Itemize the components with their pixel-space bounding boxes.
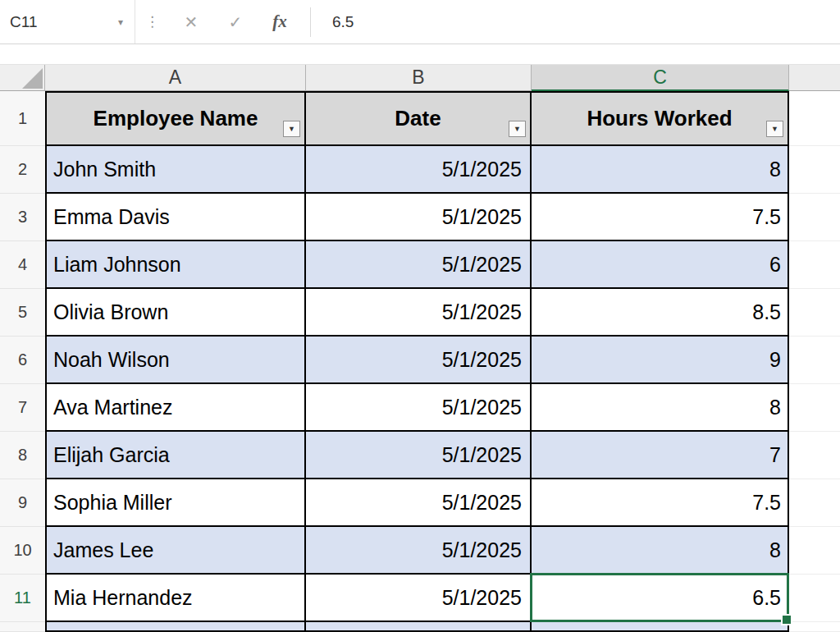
cell-A6[interactable]: Noah Wilson [45, 337, 306, 384]
table-header-employee-name[interactable]: Employee Name ▼ [45, 91, 306, 146]
cell-outside-table[interactable] [789, 194, 840, 241]
cell-A12-partial[interactable] [45, 622, 306, 632]
row-header-12-partial[interactable] [0, 622, 45, 632]
row-header-9[interactable]: 9 [0, 479, 45, 527]
cell-B4[interactable]: 5/1/2025 [306, 241, 532, 289]
cell-A9[interactable]: Sophia Miller [45, 479, 306, 527]
table-header-date-label: Date [395, 106, 441, 131]
cell-A7[interactable]: Ava Martinez [45, 384, 306, 432]
cell-outside-table[interactable] [789, 384, 840, 432]
cell-B11[interactable]: 5/1/2025 [306, 575, 532, 622]
cell-B10[interactable]: 5/1/2025 [306, 527, 532, 575]
cell-B3[interactable]: 5/1/2025 [306, 194, 532, 241]
cell-outside-table[interactable] [789, 146, 840, 194]
table-row: 3 Emma Davis 5/1/2025 7.5 [0, 194, 840, 241]
table-header-row: 1 Employee Name ▼ Date ▼ Hours Worked ▼ [0, 91, 840, 146]
table-row: 9 Sophia Miller 5/1/2025 7.5 [0, 479, 840, 527]
insert-function-icon[interactable]: fx [258, 0, 302, 44]
cell-A3[interactable]: Emma Davis [45, 194, 306, 241]
table-row: 7 Ava Martinez 5/1/2025 8 [0, 384, 840, 432]
column-header-d-partial[interactable] [789, 65, 840, 91]
enter-icon[interactable]: ✓ [213, 0, 258, 44]
cell-A8[interactable]: Elijah Garcia [45, 432, 306, 479]
cell-A2[interactable]: John Smith [45, 146, 306, 194]
cell-outside-table[interactable] [789, 432, 840, 479]
selected-cell-C11[interactable]: 6.5 [532, 575, 789, 622]
table-header-hours-worked-label: Hours Worked [587, 106, 732, 131]
table-row: 6 Noah Wilson 5/1/2025 9 [0, 337, 840, 384]
row-header-11[interactable]: 11 [0, 575, 45, 622]
cell-C7[interactable]: 8 [532, 384, 789, 432]
row-header-5[interactable]: 5 [0, 289, 45, 337]
row-header-8[interactable]: 8 [0, 432, 45, 479]
table-row: 2 John Smith 5/1/2025 8 [0, 146, 840, 194]
cell-A11[interactable]: Mia Hernandez [45, 575, 306, 622]
cell-C6[interactable]: 9 [532, 337, 789, 384]
cancel-icon[interactable]: ✕ [169, 0, 213, 44]
row-header-7[interactable]: 7 [0, 384, 45, 432]
table-header-hours-worked[interactable]: Hours Worked ▼ [532, 91, 789, 146]
row-header-4[interactable]: 4 [0, 241, 45, 289]
row-header-10[interactable]: 10 [0, 527, 45, 575]
select-all-corner[interactable] [0, 65, 45, 91]
table-row: 10 James Lee 5/1/2025 8 [0, 527, 840, 575]
spreadsheet-window: C11 ▾ ⋮ ✕ ✓ fx 6.5 A B C 1 Employee Name… [0, 0, 840, 632]
cell-outside-table[interactable] [789, 337, 840, 384]
cell-A4[interactable]: Liam Johnson [45, 241, 306, 289]
cell-A5[interactable]: Olivia Brown [45, 289, 306, 337]
cell-C2[interactable]: 8 [532, 146, 789, 194]
select-all-triangle-icon [22, 68, 43, 89]
filter-button-date[interactable]: ▼ [509, 121, 526, 137]
cell-B8[interactable]: 5/1/2025 [306, 432, 532, 479]
cell-outside-table[interactable] [789, 622, 840, 632]
cell-B7[interactable]: 5/1/2025 [306, 384, 532, 432]
filter-arrow-icon: ▼ [771, 125, 778, 133]
column-header-strip: A B C [0, 64, 840, 91]
name-box-value: C11 [10, 13, 37, 31]
table-row: 4 Liam Johnson 5/1/2025 6 [0, 241, 840, 289]
cell-outside-table[interactable] [789, 241, 840, 289]
filter-arrow-icon: ▼ [514, 125, 521, 133]
table-row-partial [0, 622, 840, 632]
cell-B5[interactable]: 5/1/2025 [306, 289, 532, 337]
cell-outside-table[interactable] [789, 575, 840, 622]
filter-button-hours-worked[interactable]: ▼ [766, 121, 783, 137]
cell-C8[interactable]: 7 [532, 432, 789, 479]
cell-C3[interactable]: 7.5 [532, 194, 789, 241]
row-header-2[interactable]: 2 [0, 146, 45, 194]
table-header-date[interactable]: Date ▼ [306, 91, 532, 146]
formula-input[interactable]: 6.5 [311, 0, 840, 44]
filter-arrow-icon: ▼ [288, 125, 295, 133]
cell-C9[interactable]: 7.5 [532, 479, 789, 527]
table-row: 8 Elijah Garcia 5/1/2025 7 [0, 432, 840, 479]
cell-B12-partial[interactable] [306, 622, 532, 632]
table-row: 11 Mia Hernandez 5/1/2025 6.5 [0, 575, 840, 622]
row-header-1[interactable]: 1 [0, 91, 45, 146]
ribbon-gap [0, 44, 840, 64]
name-box[interactable]: C11 ▾ [0, 0, 135, 44]
cell-B2[interactable]: 5/1/2025 [306, 146, 532, 194]
cell-outside-table[interactable] [789, 479, 840, 527]
cell-outside-table[interactable] [789, 91, 840, 146]
table-row: 5 Olivia Brown 5/1/2025 8.5 [0, 289, 840, 337]
cell-outside-table[interactable] [789, 527, 840, 575]
row-header-6[interactable]: 6 [0, 337, 45, 384]
separator-dots-icon: ⋮ [145, 13, 159, 30]
row-header-3[interactable]: 3 [0, 194, 45, 241]
name-box-dropdown-icon[interactable]: ▾ [118, 16, 123, 28]
table-header-employee-name-label: Employee Name [94, 106, 258, 131]
cell-C10[interactable]: 8 [532, 527, 789, 575]
formula-bar: C11 ▾ ⋮ ✕ ✓ fx 6.5 [0, 0, 840, 44]
cell-A10[interactable]: James Lee [45, 527, 306, 575]
cell-C5[interactable]: 8.5 [532, 289, 789, 337]
column-header-b[interactable]: B [306, 65, 532, 91]
cell-B9[interactable]: 5/1/2025 [306, 479, 532, 527]
cell-B6[interactable]: 5/1/2025 [306, 337, 532, 384]
column-header-a[interactable]: A [45, 65, 306, 91]
column-header-c[interactable]: C [532, 65, 789, 91]
filter-button-employee-name[interactable]: ▼ [283, 121, 300, 137]
cell-C12-partial[interactable] [532, 622, 789, 632]
cell-C4[interactable]: 6 [532, 241, 789, 289]
cell-outside-table[interactable] [789, 289, 840, 337]
